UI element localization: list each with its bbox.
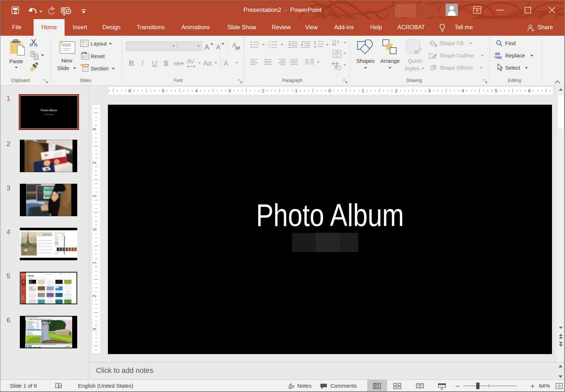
svg-text:2: 2 [262, 88, 264, 93]
svg-text:2: 2 [395, 88, 397, 93]
svg-text:1:06: 1:06 [70, 344, 73, 345]
svg-text:4: 4 [195, 88, 198, 93]
svg-text:5: 5 [495, 88, 497, 93]
svg-text:New: New [28, 274, 34, 278]
svg-text:0: 0 [328, 88, 331, 93]
svg-text:3: 3 [228, 88, 231, 93]
svg-text:1: 1 [295, 88, 298, 93]
svg-text:Format Picture: Format Picture [54, 232, 65, 234]
svg-text:4: 4 [461, 88, 464, 93]
svg-text:1: 1 [92, 261, 97, 264]
svg-text:January: January [43, 233, 52, 236]
svg-text:1: 1 [92, 195, 97, 197]
svg-text:1: 1 [362, 88, 364, 93]
svg-text:A: A [337, 39, 340, 44]
svg-text:6: 6 [128, 88, 131, 93]
svg-text:2: 2 [92, 295, 97, 297]
svg-text:3: 3 [92, 128, 97, 131]
svg-text:3: 3 [92, 328, 97, 331]
svg-text:3: 3 [268, 46, 270, 49]
svg-text:5: 5 [162, 88, 164, 93]
svg-text:0: 0 [92, 228, 97, 231]
svg-text:⌂ Home: ⌂ Home [28, 278, 33, 279]
svg-text:3: 3 [428, 88, 431, 93]
svg-text:PowerPoint: PowerPoint [45, 274, 52, 275]
svg-text:2: 2 [92, 161, 97, 164]
svg-text:6: 6 [528, 88, 531, 93]
